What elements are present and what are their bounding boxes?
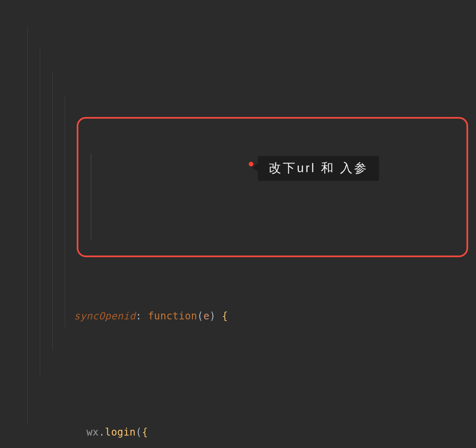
fn-login: login bbox=[105, 426, 136, 438]
object-wx: wx bbox=[87, 426, 99, 438]
indent-guide bbox=[91, 153, 91, 241]
code-line[interactable]: wx.login({ bbox=[0, 374, 476, 397]
annotation-tooltip-text: 改下url 和 入参 bbox=[269, 161, 368, 175]
param-e: e bbox=[203, 310, 209, 322]
indent-guide bbox=[27, 27, 28, 423]
annotation-highlight-box bbox=[77, 117, 468, 257]
annotation-tooltip: 改下url 和 入参 bbox=[258, 156, 379, 181]
annotation-pointer-dot bbox=[249, 162, 253, 166]
keyword-function: function bbox=[148, 310, 197, 322]
code-line[interactable]: syncOpenid: function(e) { bbox=[0, 258, 476, 281]
code-editor[interactable]: syncOpenid: function(e) { wx.login({ suc… bbox=[0, 0, 476, 448]
property-name: syncOpenid bbox=[74, 310, 136, 322]
